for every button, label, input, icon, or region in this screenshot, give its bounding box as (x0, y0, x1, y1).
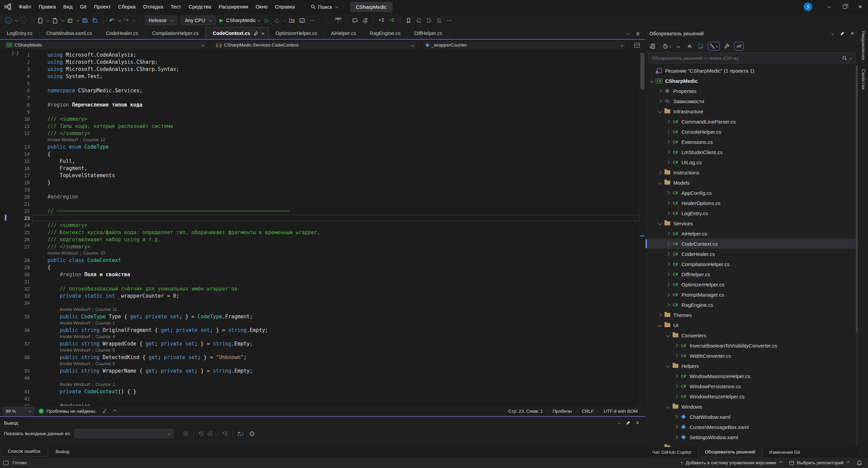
code-line[interactable]: 5 (0, 79, 639, 87)
new-file-dropdown[interactable] (46, 18, 50, 22)
pin-icon[interactable] (254, 31, 258, 36)
word-wrap-button[interactable]: abc (238, 431, 244, 436)
next-message-button[interactable] (207, 431, 213, 436)
tree-expand-chevron[interactable] (658, 323, 661, 327)
tree-item[interactable]: C#AiHelper.cs (645, 228, 858, 239)
tree-expand-chevron[interactable] (658, 170, 661, 174)
tree-expand-chevron[interactable] (666, 201, 670, 205)
menu-item[interactable]: Git (76, 0, 90, 14)
editor-tab[interactable]: DiffHelper.cs (407, 27, 449, 39)
tab-error-list[interactable]: Список ошибок (0, 446, 48, 456)
braces-lock-icon[interactable]: {·} (12, 51, 19, 56)
jump-to-output-button[interactable] (183, 431, 189, 436)
tree-item[interactable]: UI (645, 320, 858, 330)
code-line[interactable]: 39 public string WrapperName { get; priv… (0, 367, 639, 374)
prev-message-button[interactable] (198, 431, 204, 436)
select-repository-button[interactable]: Выбрать репозиторий (789, 460, 849, 465)
clear-output-button[interactable] (223, 431, 228, 436)
codelens-references-link[interactable]: Ссылок: 1 (95, 382, 115, 387)
tab-output[interactable]: Вывод (48, 446, 77, 456)
configuration-combo[interactable]: Release (145, 16, 177, 25)
code-line[interactable]: 37 public string WrappedCode { get; priv… (0, 340, 639, 347)
codelens-invoke-link[interactable]: Invoke Windsurf (60, 382, 90, 387)
tree-expand-chevron[interactable] (674, 415, 678, 418)
navigate-back-button[interactable]: ← (4, 16, 13, 25)
codelens-references-link[interactable]: Ссылок: 11 (95, 307, 117, 312)
codelens-invoke-link[interactable]: Invoke Windsurf (47, 137, 78, 142)
codelens-row[interactable]: Invoke Windsurf|Ссылок: 4 (0, 333, 639, 340)
editor-tab[interactable]: CodeContext.cs× (206, 27, 269, 39)
tree-item[interactable]: Converters (645, 330, 858, 340)
menu-item[interactable]: Правка (35, 0, 60, 14)
tree-expand-chevron[interactable] (674, 394, 678, 398)
tree-item[interactable]: C#WindowPersistence.cs (645, 381, 858, 391)
tree-item[interactable]: Infrastructure (645, 106, 858, 116)
code-line[interactable]: 10/// <summary> (0, 115, 639, 122)
editor-tab[interactable]: RagEngine.cs (363, 27, 407, 39)
decrease-indent-button[interactable] (377, 16, 386, 25)
tree-expand-chevron[interactable] (666, 333, 670, 337)
code-line[interactable]: 28public class CodeContext (0, 256, 639, 263)
redo-button[interactable]: ↷ (122, 16, 131, 25)
code-line[interactable]: 31 (0, 278, 639, 285)
breadcrumb-project[interactable]: C# CSharpMedic (3, 41, 207, 49)
menu-item[interactable]: Файл (15, 0, 35, 14)
search-options-chevron[interactable] (849, 57, 852, 59)
tree-expand-chevron[interactable] (666, 150, 670, 154)
platform-combo[interactable]: Any CPU (181, 16, 216, 25)
open-file-button[interactable] (51, 16, 59, 25)
codelens-row[interactable]: Invoke Windsurf|Ссылок: 5 (0, 347, 639, 353)
tree-item[interactable]: C#Extensions.cs (645, 137, 858, 147)
tab-notifications[interactable]: Уведомления (861, 31, 866, 60)
minimize-button[interactable]: – (821, 0, 837, 14)
restore-button[interactable] (837, 0, 852, 14)
tree-expand-chevron[interactable] (658, 181, 661, 184)
toolbar-overflow-button[interactable]: ⋯ (308, 16, 316, 25)
global-search[interactable]: Поиск (307, 3, 341, 11)
tree-expand-chevron[interactable] (666, 191, 670, 194)
tree-expand-chevron[interactable] (666, 272, 670, 276)
tree-scrollbar[interactable] (856, 65, 858, 447)
code-line[interactable]: 23 (0, 214, 639, 221)
code-line[interactable]: 8#region Перечисление типов кода (0, 101, 639, 108)
tree-item[interactable]: CustomMessageBox.xaml (645, 422, 858, 432)
solution-search-input[interactable] (652, 56, 840, 61)
save-all-button[interactable] (91, 16, 99, 25)
code-line[interactable]: 27/// </summary> (0, 243, 639, 250)
tree-expand-chevron[interactable] (666, 242, 670, 245)
tree-item[interactable] (645, 442, 858, 447)
tree-expand-chevron[interactable] (658, 109, 661, 113)
notifications-bell-icon[interactable] (857, 460, 862, 466)
menu-item[interactable]: Проект (90, 0, 114, 14)
tree-item[interactable]: C#InverseBooleanToVisibilityConverter.cs (645, 340, 858, 351)
editor-tab[interactable]: AiHelper.cs (324, 27, 363, 39)
tree-expand-chevron[interactable] (674, 425, 678, 429)
tree-expand-chevron[interactable] (666, 211, 670, 215)
editor-tab[interactable]: CompilationHelper.cs (145, 27, 206, 39)
tab-overflow-button[interactable]: ⋯ (626, 31, 631, 36)
tree-expand-chevron[interactable] (666, 293, 670, 296)
caret-position[interactable]: Стр: 23, Симв: 1 (503, 409, 547, 414)
menu-item[interactable]: Расширения (215, 0, 252, 14)
tree-item[interactable]: C#AppConfig.cs (645, 188, 858, 198)
codelens-invoke-link[interactable]: Invoke Windsurf (60, 361, 90, 366)
tree-item[interactable]: Зависимости (645, 96, 858, 106)
close-solution-explorer-button[interactable]: × (851, 30, 854, 37)
menu-item[interactable]: Окно (252, 0, 271, 14)
codelens-invoke-link[interactable]: Invoke Windsurf (60, 348, 90, 353)
split-editor-button[interactable] (634, 43, 640, 48)
tree-expand-chevron[interactable] (674, 354, 678, 357)
menu-item[interactable]: Вид (60, 0, 76, 14)
breadcrumb-type[interactable]: {..} CSharpMedic.Services.CodeContext (213, 41, 417, 49)
tree-item[interactable]: C#CodeHealer.cs (645, 249, 858, 259)
tree-item[interactable]: C#HealerOptions.cs (645, 198, 858, 208)
show-all-files-button[interactable] (697, 42, 705, 51)
prev-bookmark-button[interactable] (414, 16, 423, 25)
tree-item[interactable]: Themes (645, 310, 858, 320)
new-file-button[interactable] (36, 16, 44, 25)
solution-search-box[interactable] (648, 53, 855, 63)
zoom-combo[interactable]: 99 % (3, 407, 34, 415)
tab-settings-gear-icon[interactable] (635, 31, 640, 36)
code-line[interactable]: 43 #endregion (0, 402, 639, 406)
codelens-row[interactable]: Invoke Windsurf|Ссылок: 5 (0, 360, 639, 367)
